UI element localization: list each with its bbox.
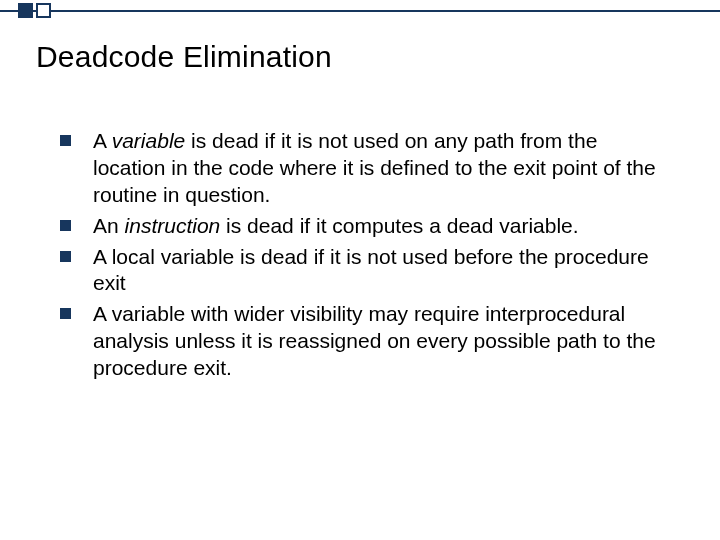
bullet-icon [60, 308, 71, 319]
text-post: A local variable is dead if it is not us… [93, 245, 649, 295]
list-item: A local variable is dead if it is not us… [60, 244, 670, 298]
list-item: A variable with wider visibility may req… [60, 301, 670, 382]
bullet-list: A variable is dead if it is not used on … [60, 128, 670, 386]
list-item-text: A variable with wider visibility may req… [93, 301, 670, 382]
bullet-icon [60, 135, 71, 146]
list-item-text: An instruction is dead if it computes a … [93, 213, 670, 240]
text-emph: instruction [125, 214, 221, 237]
slide: Deadcode Elimination A variable is dead … [0, 0, 720, 540]
text-pre: An [93, 214, 125, 237]
text-pre: A [93, 129, 112, 152]
list-item: An instruction is dead if it computes a … [60, 213, 670, 240]
bullet-icon [60, 220, 71, 231]
square-outline-icon [36, 3, 51, 18]
text-post: is dead if it computes a dead variable. [220, 214, 578, 237]
text-post: A variable with wider visibility may req… [93, 302, 656, 379]
text-emph: variable [112, 129, 186, 152]
slide-top-decoration [0, 0, 720, 22]
square-icon [18, 3, 33, 18]
slide-title: Deadcode Elimination [36, 40, 332, 74]
list-item: A variable is dead if it is not used on … [60, 128, 670, 209]
horizontal-rule [0, 10, 720, 12]
list-item-text: A local variable is dead if it is not us… [93, 244, 670, 298]
list-item-text: A variable is dead if it is not used on … [93, 128, 670, 209]
bullet-icon [60, 251, 71, 262]
